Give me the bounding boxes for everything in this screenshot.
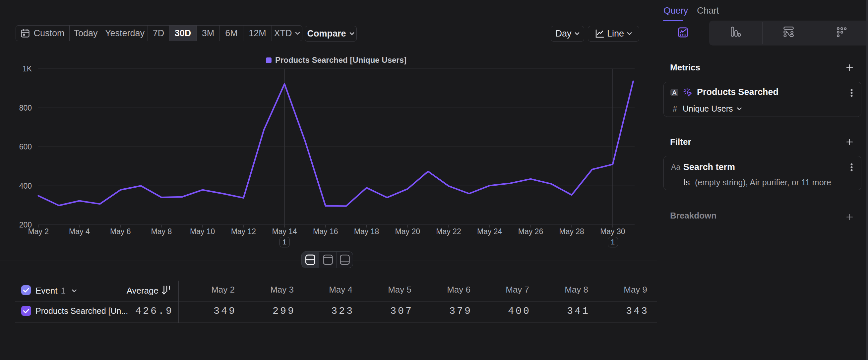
svg-text:May 16: May 16: [313, 227, 338, 236]
svg-text:1K: 1K: [23, 64, 32, 73]
svg-text:May 20: May 20: [395, 227, 420, 236]
svg-text:600: 600: [19, 142, 32, 151]
svg-text:May 2: May 2: [28, 227, 49, 236]
svg-text:May 22: May 22: [436, 227, 461, 236]
svg-text:May 28: May 28: [559, 227, 584, 236]
svg-text:800: 800: [19, 104, 32, 112]
svg-text:May 24: May 24: [477, 227, 502, 236]
svg-text:May 26: May 26: [518, 227, 543, 236]
svg-text:May 18: May 18: [354, 227, 379, 236]
svg-text:May 4: May 4: [69, 227, 90, 236]
svg-text:May 8: May 8: [151, 227, 172, 236]
svg-text:May 14: May 14: [272, 227, 297, 236]
svg-text:May 12: May 12: [231, 227, 256, 236]
svg-text:May 6: May 6: [110, 227, 131, 236]
svg-text:May 30: May 30: [600, 227, 625, 236]
svg-text:400: 400: [19, 182, 32, 190]
svg-text:May 10: May 10: [190, 227, 215, 236]
